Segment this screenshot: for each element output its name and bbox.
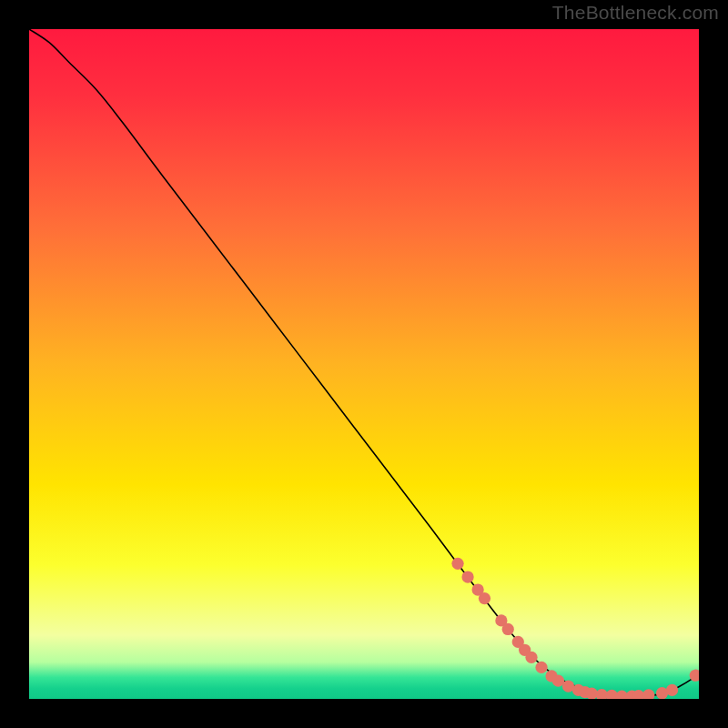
curve-marker xyxy=(461,571,473,582)
curve-marker xyxy=(479,592,490,604)
plot-svg xyxy=(29,29,699,699)
plot-area xyxy=(29,29,699,699)
chart-frame: TheBottleneck.com xyxy=(0,0,728,728)
curve-marker xyxy=(451,558,463,570)
curve-marker xyxy=(502,623,514,635)
curve-marker xyxy=(535,662,547,673)
curve-marker xyxy=(666,684,678,696)
curve-marker xyxy=(525,652,537,663)
gradient-background xyxy=(29,29,699,699)
watermark-text: TheBottleneck.com xyxy=(552,2,719,24)
